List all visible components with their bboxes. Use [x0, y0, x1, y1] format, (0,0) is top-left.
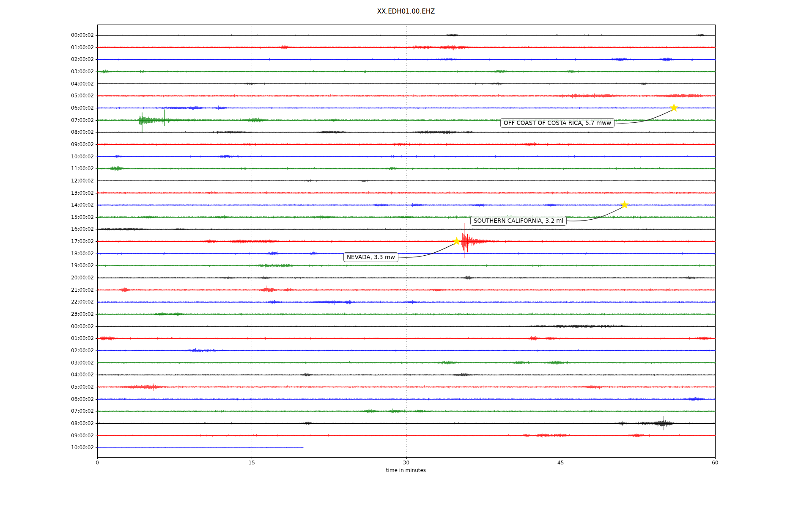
trace-time-label: 02:00:02 — [0, 56, 94, 63]
event-annotation-label: NEVADA, 3.3 mw — [347, 254, 395, 260]
trace-time-label: 09:00:02 — [0, 141, 94, 148]
x-tick-label: 0 — [96, 460, 99, 466]
trace-time-label: 14:00:02 — [0, 202, 94, 208]
trace-time-label: 10:00:02 — [0, 153, 94, 160]
trace-time-label: 08:00:02 — [0, 129, 94, 135]
trace-time-label: 12:00:02 — [0, 177, 94, 184]
x-tick-label: 30 — [403, 460, 409, 466]
trace-time-label: 06:00:02 — [0, 105, 94, 111]
trace-time-label: 00:00:02 — [0, 323, 94, 330]
x-axis-title: time in minutes — [386, 467, 426, 473]
trace-time-label: 21:00:02 — [0, 287, 94, 293]
trace-time-label: 22:00:02 — [0, 298, 94, 305]
trace-time-label: 07:00:02 — [0, 408, 94, 414]
trace-time-label: 08:00:02 — [0, 420, 94, 427]
trace-time-label: 20:00:02 — [0, 274, 94, 281]
trace-time-label: 19:00:02 — [0, 262, 94, 269]
trace-time-label: 04:00:02 — [0, 371, 94, 378]
seismogram-canvas — [0, 0, 812, 508]
trace-time-label: 13:00:02 — [0, 190, 94, 196]
x-tick-label: 15 — [249, 460, 255, 466]
trace-time-label: 11:00:02 — [0, 165, 94, 172]
event-annotation-label: SOUTHERN CALIFORNIA, 3.2 ml — [474, 217, 563, 224]
trace-time-label: 09:00:02 — [0, 432, 94, 439]
trace-time-label: 00:00:02 — [0, 32, 94, 39]
trace-time-label: 01:00:02 — [0, 44, 94, 51]
x-tick-label: 45 — [557, 460, 564, 466]
trace-time-label: 01:00:02 — [0, 335, 94, 342]
event-annotation-box: NEVADA, 3.3 mw — [343, 252, 398, 262]
trace-time-label: 17:00:02 — [0, 238, 94, 245]
trace-time-label: 06:00:02 — [0, 396, 94, 403]
trace-time-label: 05:00:02 — [0, 92, 94, 99]
trace-time-label: 05:00:02 — [0, 384, 94, 390]
event-annotation-label: OFF COAST OF COSTA RICA, 5.7 mww — [504, 119, 611, 126]
trace-time-label: 03:00:02 — [0, 359, 94, 366]
trace-time-label: 07:00:02 — [0, 117, 94, 124]
trace-time-label: 02:00:02 — [0, 347, 94, 354]
trace-time-label: 16:00:02 — [0, 226, 94, 232]
trace-time-label: 15:00:02 — [0, 214, 94, 221]
trace-time-label: 04:00:02 — [0, 80, 94, 87]
trace-time-label: 10:00:02 — [0, 444, 94, 451]
trace-time-label: 18:00:02 — [0, 250, 94, 257]
trace-time-label: 03:00:02 — [0, 68, 94, 75]
trace-time-label: 23:00:02 — [0, 311, 94, 318]
seismogram-figure: XX.EDH01.00.EHZ 00:00:0201:00:0202:00:02… — [0, 0, 812, 508]
event-annotation-box: OFF COAST OF COSTA RICA, 5.7 mww — [500, 118, 614, 128]
x-tick-label: 60 — [712, 460, 718, 466]
event-annotation-box: SOUTHERN CALIFORNIA, 3.2 ml — [470, 216, 567, 226]
